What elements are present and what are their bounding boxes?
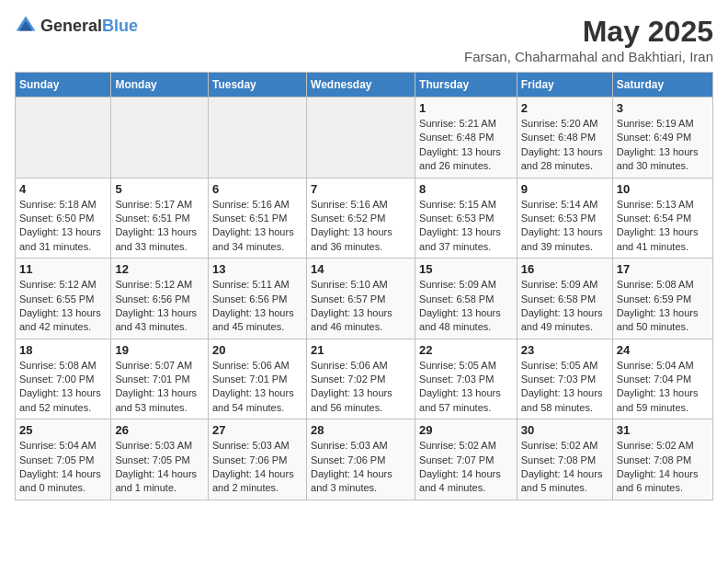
day-number: 12 xyxy=(115,262,204,276)
calendar-header-row: SundayMondayTuesdayWednesdayThursdayFrid… xyxy=(16,73,713,98)
day-info: Sunrise: 5:11 AMSunset: 6:56 PMDaylight:… xyxy=(212,278,302,335)
calendar-week-row: 11Sunrise: 5:12 AMSunset: 6:55 PMDayligh… xyxy=(16,259,713,339)
day-info: Sunrise: 5:09 AMSunset: 6:58 PMDaylight:… xyxy=(419,278,513,335)
calendar-cell: 20Sunrise: 5:06 AMSunset: 7:01 PMDayligh… xyxy=(208,339,306,419)
logo-icon xyxy=(15,15,37,37)
calendar-cell: 16Sunrise: 5:09 AMSunset: 6:58 PMDayligh… xyxy=(517,259,612,339)
day-number: 26 xyxy=(115,423,204,437)
day-number: 1 xyxy=(419,101,513,115)
calendar-cell: 22Sunrise: 5:05 AMSunset: 7:03 PMDayligh… xyxy=(415,339,518,419)
day-info: Sunrise: 5:12 AMSunset: 6:56 PMDaylight:… xyxy=(115,278,204,335)
day-number: 25 xyxy=(19,423,107,437)
day-info: Sunrise: 5:15 AMSunset: 6:53 PMDaylight:… xyxy=(419,198,513,255)
day-info: Sunrise: 5:10 AMSunset: 6:57 PMDaylight:… xyxy=(311,278,411,335)
calendar-cell: 2Sunrise: 5:20 AMSunset: 6:48 PMDaylight… xyxy=(517,98,612,178)
logo: GeneralBlue xyxy=(15,15,138,37)
calendar-cell: 14Sunrise: 5:10 AMSunset: 6:57 PMDayligh… xyxy=(307,259,415,339)
day-number: 23 xyxy=(521,343,609,357)
calendar-cell: 3Sunrise: 5:19 AMSunset: 6:49 PMDaylight… xyxy=(612,98,712,178)
day-info: Sunrise: 5:02 AMSunset: 7:08 PMDaylight:… xyxy=(617,439,709,496)
day-number: 20 xyxy=(212,343,302,357)
calendar-cell: 6Sunrise: 5:16 AMSunset: 6:51 PMDaylight… xyxy=(208,178,306,259)
calendar-cell: 31Sunrise: 5:02 AMSunset: 7:08 PMDayligh… xyxy=(612,419,712,500)
calendar-cell: 11Sunrise: 5:12 AMSunset: 6:55 PMDayligh… xyxy=(16,259,111,339)
column-header-friday: Friday xyxy=(517,73,612,98)
day-number: 28 xyxy=(311,423,411,437)
calendar-cell: 13Sunrise: 5:11 AMSunset: 6:56 PMDayligh… xyxy=(208,259,306,339)
calendar-cell: 30Sunrise: 5:02 AMSunset: 7:08 PMDayligh… xyxy=(517,419,612,500)
calendar-week-row: 18Sunrise: 5:08 AMSunset: 7:00 PMDayligh… xyxy=(16,339,713,419)
day-number: 3 xyxy=(617,101,709,115)
day-number: 4 xyxy=(19,182,107,196)
calendar-cell xyxy=(307,98,415,178)
day-info: Sunrise: 5:18 AMSunset: 6:50 PMDaylight:… xyxy=(19,198,107,255)
column-header-tuesday: Tuesday xyxy=(208,73,306,98)
calendar-week-row: 1Sunrise: 5:21 AMSunset: 6:48 PMDaylight… xyxy=(16,98,713,178)
calendar-cell: 26Sunrise: 5:03 AMSunset: 7:05 PMDayligh… xyxy=(111,419,209,500)
calendar-cell: 25Sunrise: 5:04 AMSunset: 7:05 PMDayligh… xyxy=(16,419,111,500)
day-number: 15 xyxy=(419,262,513,276)
day-number: 18 xyxy=(19,343,107,357)
day-info: Sunrise: 5:06 AMSunset: 7:02 PMDaylight:… xyxy=(311,359,411,416)
day-info: Sunrise: 5:08 AMSunset: 7:00 PMDaylight:… xyxy=(19,359,107,416)
calendar-cell: 19Sunrise: 5:07 AMSunset: 7:01 PMDayligh… xyxy=(111,339,209,419)
calendar-cell: 21Sunrise: 5:06 AMSunset: 7:02 PMDayligh… xyxy=(307,339,415,419)
day-info: Sunrise: 5:02 AMSunset: 7:07 PMDaylight:… xyxy=(419,439,513,496)
calendar-cell: 18Sunrise: 5:08 AMSunset: 7:00 PMDayligh… xyxy=(16,339,111,419)
day-number: 11 xyxy=(19,262,107,276)
day-info: Sunrise: 5:21 AMSunset: 6:48 PMDaylight:… xyxy=(419,117,513,174)
day-info: Sunrise: 5:17 AMSunset: 6:51 PMDaylight:… xyxy=(115,198,204,255)
day-number: 5 xyxy=(115,182,204,196)
day-info: Sunrise: 5:19 AMSunset: 6:49 PMDaylight:… xyxy=(617,117,709,174)
day-number: 6 xyxy=(212,182,302,196)
calendar-cell: 5Sunrise: 5:17 AMSunset: 6:51 PMDaylight… xyxy=(111,178,209,259)
calendar-cell: 24Sunrise: 5:04 AMSunset: 7:04 PMDayligh… xyxy=(612,339,712,419)
column-header-saturday: Saturday xyxy=(612,73,712,98)
day-number: 17 xyxy=(617,262,709,276)
calendar-cell: 17Sunrise: 5:08 AMSunset: 6:59 PMDayligh… xyxy=(612,259,712,339)
day-number: 9 xyxy=(521,182,609,196)
day-number: 14 xyxy=(311,262,411,276)
calendar-cell: 15Sunrise: 5:09 AMSunset: 6:58 PMDayligh… xyxy=(415,259,518,339)
calendar-cell xyxy=(111,98,209,178)
day-info: Sunrise: 5:20 AMSunset: 6:48 PMDaylight:… xyxy=(521,117,609,174)
day-number: 22 xyxy=(419,343,513,357)
calendar-cell: 28Sunrise: 5:03 AMSunset: 7:06 PMDayligh… xyxy=(307,419,415,500)
day-info: Sunrise: 5:05 AMSunset: 7:03 PMDaylight:… xyxy=(419,359,513,416)
logo-text: GeneralBlue xyxy=(40,17,138,36)
calendar-cell: 29Sunrise: 5:02 AMSunset: 7:07 PMDayligh… xyxy=(415,419,518,500)
day-info: Sunrise: 5:13 AMSunset: 6:54 PMDaylight:… xyxy=(617,198,709,255)
calendar-cell xyxy=(16,98,111,178)
day-info: Sunrise: 5:08 AMSunset: 6:59 PMDaylight:… xyxy=(617,278,709,335)
day-number: 31 xyxy=(617,423,709,437)
main-title: May 2025 xyxy=(464,15,713,49)
day-number: 19 xyxy=(115,343,204,357)
day-number: 2 xyxy=(521,101,609,115)
day-info: Sunrise: 5:09 AMSunset: 6:58 PMDaylight:… xyxy=(521,278,609,335)
day-number: 24 xyxy=(617,343,709,357)
calendar-cell: 8Sunrise: 5:15 AMSunset: 6:53 PMDaylight… xyxy=(415,178,518,259)
title-block: May 2025 Farsan, Chaharmahal and Bakhtia… xyxy=(464,15,713,64)
calendar-cell: 23Sunrise: 5:05 AMSunset: 7:03 PMDayligh… xyxy=(517,339,612,419)
day-info: Sunrise: 5:12 AMSunset: 6:55 PMDaylight:… xyxy=(19,278,107,335)
calendar-week-row: 25Sunrise: 5:04 AMSunset: 7:05 PMDayligh… xyxy=(16,419,713,500)
calendar-cell: 1Sunrise: 5:21 AMSunset: 6:48 PMDaylight… xyxy=(415,98,518,178)
day-number: 21 xyxy=(311,343,411,357)
day-info: Sunrise: 5:03 AMSunset: 7:06 PMDaylight:… xyxy=(212,439,302,496)
day-info: Sunrise: 5:07 AMSunset: 7:01 PMDaylight:… xyxy=(115,359,204,416)
day-number: 8 xyxy=(419,182,513,196)
page-header: GeneralBlue May 2025 Farsan, Chaharmahal… xyxy=(15,15,713,64)
day-info: Sunrise: 5:16 AMSunset: 6:52 PMDaylight:… xyxy=(311,198,411,255)
column-header-monday: Monday xyxy=(111,73,209,98)
day-info: Sunrise: 5:03 AMSunset: 7:06 PMDaylight:… xyxy=(311,439,411,496)
day-info: Sunrise: 5:04 AMSunset: 7:05 PMDaylight:… xyxy=(19,439,107,496)
column-header-thursday: Thursday xyxy=(415,73,518,98)
day-info: Sunrise: 5:02 AMSunset: 7:08 PMDaylight:… xyxy=(521,439,609,496)
calendar-cell: 9Sunrise: 5:14 AMSunset: 6:53 PMDaylight… xyxy=(517,178,612,259)
day-info: Sunrise: 5:16 AMSunset: 6:51 PMDaylight:… xyxy=(212,198,302,255)
day-info: Sunrise: 5:14 AMSunset: 6:53 PMDaylight:… xyxy=(521,198,609,255)
day-number: 16 xyxy=(521,262,609,276)
day-info: Sunrise: 5:04 AMSunset: 7:04 PMDaylight:… xyxy=(617,359,709,416)
calendar-cell: 12Sunrise: 5:12 AMSunset: 6:56 PMDayligh… xyxy=(111,259,209,339)
day-info: Sunrise: 5:06 AMSunset: 7:01 PMDaylight:… xyxy=(212,359,302,416)
